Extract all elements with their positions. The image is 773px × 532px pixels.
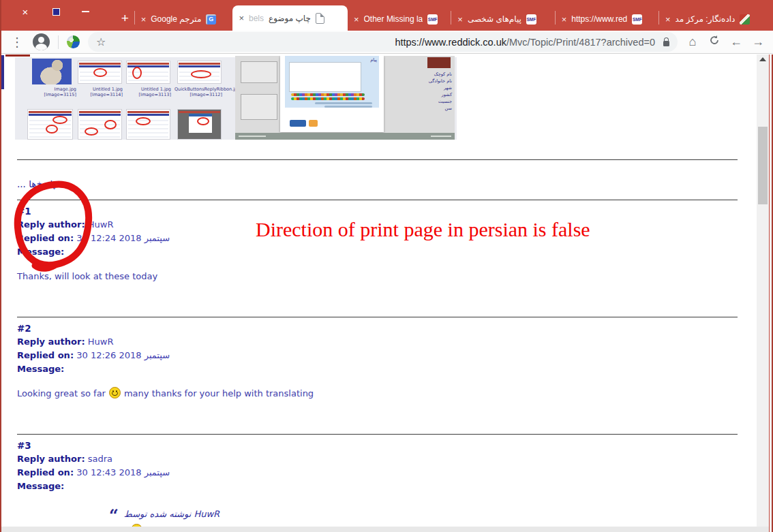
form-sidebar-labels: نام کوچک نام خانوادگی شهر کشور جنسیت سن: [403, 71, 452, 112]
replied-on-line: Replied on: 30 12:43 2018 سپتمبر: [17, 466, 346, 480]
home-button[interactable]: ⌂: [686, 35, 699, 49]
profile-avatar[interactable]: [33, 33, 50, 50]
attachment-caption: Untitled 1.jpg [Image=3113]: [123, 87, 171, 97]
toolbar-separator: [58, 35, 59, 49]
tab-label: Google مترجم: [151, 14, 201, 24]
tab-close-icon[interactable]: ×: [457, 14, 463, 25]
attachment-thumbnail[interactable]: [78, 61, 122, 84]
form-sidebar-label: نام کوچک: [403, 71, 452, 78]
decoration: [1, 55, 4, 89]
new-tab-button[interactable]: +: [116, 9, 134, 28]
decoration: [239, 136, 266, 137]
bookmark-star-icon[interactable]: ☆: [96, 35, 106, 48]
window-close-button[interactable]: ×: [19, 5, 31, 18]
smiley-palette-row: [291, 93, 365, 96]
browser-window: × + × Google مترجم G × bels چاپ موضوع × …: [0, 0, 773, 532]
tab-close-icon[interactable]: ×: [665, 14, 671, 25]
tab-close-icon[interactable]: ×: [239, 13, 244, 23]
url-text: https://www.reddick.co.uk/Mvc/Topic/Prin…: [395, 37, 655, 48]
decoration: [46, 125, 58, 134]
reload-button[interactable]: [708, 35, 721, 49]
reply-author-label: Reply author:: [17, 337, 85, 347]
tab-print-topic[interactable]: × bels چاپ موضوع: [232, 5, 348, 31]
form-sidebar-label: نام خانوادگی: [403, 78, 452, 84]
attachment-thumbnail[interactable]: [177, 109, 222, 140]
url-domain: https://www.reddick.co.uk: [395, 37, 506, 48]
menu-button[interactable]: ⋮: [10, 35, 25, 50]
scrollbar-up-arrow[interactable]: [759, 57, 766, 61]
attachment-image-large[interactable]: پیام نام کوچک نام خانوادگی شهر کشور جنسی…: [235, 56, 455, 140]
minimize-icon: [82, 11, 89, 12]
maximize-icon: [52, 8, 60, 16]
lock-icon[interactable]: [663, 41, 669, 46]
reload-icon: [709, 35, 720, 46]
replied-on-label: Replied on:: [17, 350, 74, 360]
message-line: Message:: [17, 362, 314, 376]
decoration: [79, 65, 121, 67]
form-sidebar-label: شهر: [403, 84, 452, 91]
attachment-thumbnail-statue[interactable]: [32, 59, 72, 84]
address-bar[interactable]: ☆ https://www.reddick.co.uk/Mvc/Topic/Pr…: [88, 32, 678, 52]
decoration: [427, 57, 451, 68]
smf-icon: SMF: [427, 14, 438, 25]
message-text: many thanks for your help with translati…: [124, 388, 314, 398]
tab-close-icon[interactable]: ×: [562, 14, 567, 25]
title-bar: × + × Google مترجم G × bels چاپ موضوع × …: [1, 0, 773, 31]
decoration: [241, 61, 277, 83]
decoration: پیام: [285, 56, 379, 108]
tab-reddick[interactable]: × https://www.red SMF: [556, 7, 658, 31]
tab-close-icon[interactable]: ×: [354, 14, 359, 25]
window-maximize-button[interactable]: [49, 5, 61, 18]
tab-label: Other Missing la: [364, 14, 423, 24]
window-controls: ×: [19, 3, 91, 20]
attachment-thumbnail[interactable]: [126, 109, 170, 140]
attachment-caption: Image.jpg [Image=3115]: [29, 87, 76, 97]
decoration: [127, 114, 169, 116]
forward-button[interactable]: ←: [729, 35, 743, 49]
attachment-thumbnail[interactable]: [177, 61, 222, 84]
divider: [17, 200, 738, 200]
decoration: [5, 54, 30, 57]
quote-caption-text: نوشته شده توسط HuwR: [124, 509, 219, 519]
tab-google-translate[interactable]: × Google مترجم G: [135, 7, 233, 31]
decoration: [431, 136, 451, 137]
attachment-thumbnail[interactable]: [126, 61, 170, 84]
attachment-filename: Image.jpg: [29, 87, 76, 92]
tab-close-icon[interactable]: ×: [141, 14, 147, 25]
decoration: [127, 111, 169, 113]
idm-extension-icon[interactable]: [67, 35, 80, 48]
reply-author-line: Reply author: sadra: [17, 452, 346, 466]
smf-icon: SMF: [632, 14, 642, 25]
close-icon: ×: [22, 6, 29, 18]
scrollbar-thumb[interactable]: [758, 127, 768, 204]
attachment-filename: QuickButtonsReplyRibbon.jpg: [175, 87, 222, 92]
smiley-icon: [109, 387, 121, 398]
decoration: [85, 127, 98, 136]
decoration: [179, 65, 220, 67]
tab-personal-messages[interactable]: × پیام‌های شخصی SMF: [451, 7, 554, 31]
decoration: [289, 62, 361, 92]
tab-other-missing[interactable]: × Other Missing la SMF: [348, 7, 451, 31]
tab-label: چاپ موضوع: [269, 14, 311, 23]
attachment-thumbnail[interactable]: [27, 109, 73, 140]
decoration: [93, 68, 107, 77]
reply-author-line: Reply author: HuwR: [17, 335, 314, 349]
decoration: [235, 133, 455, 140]
back-button[interactable]: →: [751, 35, 765, 49]
tab-strip: + × Google مترجم G × bels چاپ موضوع × Ot…: [116, 5, 768, 31]
replied-on-line: Replied on: 30 12:26 2018 سپتمبر: [17, 349, 314, 362]
form-sidebar-label: کشور: [403, 91, 452, 98]
window-minimize-button[interactable]: [79, 5, 91, 18]
divider: [17, 317, 738, 317]
attachment-id: [Image=3112]: [175, 92, 222, 97]
decoration: [127, 63, 169, 65]
tab-label: https://www.red: [571, 14, 627, 24]
quote-caption: “نوشته شده توسط HuwR: [109, 507, 346, 522]
attachment-thumbnail[interactable]: [78, 109, 122, 140]
tab-datanegar[interactable]: × داده‌نگار: مرکز مد: [659, 7, 768, 31]
decoration: [324, 106, 372, 108]
form-dialog-mock: پیام: [280, 56, 384, 132]
reply-post-3: #3 Reply author: sadra Replied on: 30 12…: [17, 439, 346, 527]
vertical-scrollbar[interactable]: [757, 54, 769, 527]
page-content: Image.jpg [Image=3115] Untitled 1.jpg [I…: [1, 54, 757, 527]
